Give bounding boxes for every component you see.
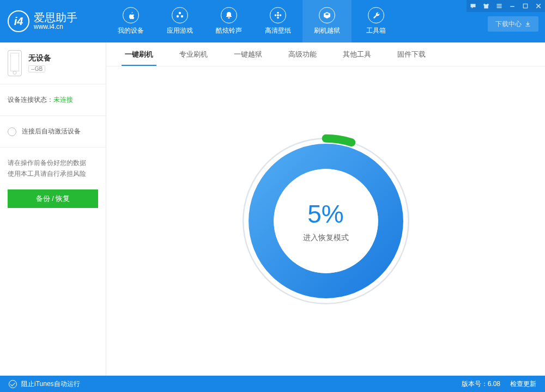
block-itunes-toggle[interactable]: 阻止iTunes自动运行 <box>9 379 80 389</box>
progress-percent: 5% <box>307 199 343 229</box>
main-nav: 我的设备应用游戏酷炫铃声高清壁纸刷机越狱工具箱 <box>106 0 401 42</box>
nav-label: 我的设备 <box>118 26 144 35</box>
hint-line-2: 使用本工具请自行承担风险 <box>8 168 98 179</box>
version-display: 版本号：6.08 <box>462 379 500 389</box>
nav-label: 刷机越狱 <box>314 26 340 35</box>
tab-其他工具[interactable]: 其他工具 <box>330 42 384 66</box>
check-update-link[interactable]: 检查更新 <box>510 379 536 389</box>
app-subtitle: www.i4.cn <box>34 23 77 30</box>
phone-icon <box>8 50 22 76</box>
tab-固件下载[interactable]: 固件下载 <box>384 42 439 66</box>
skin-icon[interactable] <box>480 0 493 12</box>
flower-icon <box>270 7 286 23</box>
logo-block: i4 爱思助手 www.i4.cn <box>0 0 106 42</box>
maximize-icon[interactable] <box>519 0 532 12</box>
svg-point-4 <box>277 12 279 14</box>
bell-icon <box>221 7 237 23</box>
sub-tabs: 一键刷机专业刷机一键越狱高级功能其他工具固件下载 <box>106 42 545 66</box>
content-area: 5% 进入恢复模式 <box>106 66 545 376</box>
status-label: 设备连接状态： <box>8 96 53 103</box>
minimize-icon[interactable] <box>506 0 519 12</box>
svg-point-7 <box>280 14 282 16</box>
svg-point-2 <box>181 15 183 17</box>
backup-restore-button[interactable]: 备份 / 恢复 <box>8 189 98 208</box>
nav-label: 高清壁纸 <box>265 26 291 35</box>
tab-一键刷机[interactable]: 一键刷机 <box>112 42 166 66</box>
app-title: 爱思助手 <box>34 12 77 23</box>
tab-专业刷机[interactable]: 专业刷机 <box>166 42 221 66</box>
hint-line-1: 请在操作前备份好您的数据 <box>8 157 98 168</box>
svg-point-1 <box>177 15 179 17</box>
check-icon <box>9 380 17 388</box>
status-bar: 阻止iTunes自动运行 版本号：6.08 检查更新 <box>0 376 545 392</box>
app-header: i4 爱思助手 www.i4.cn 我的设备应用游戏酷炫铃声高清壁纸刷机越狱工具… <box>0 0 545 42</box>
backup-hint: 请在操作前备份好您的数据 使用本工具请自行承担风险 <box>0 148 106 187</box>
svg-rect-8 <box>497 4 502 5</box>
download-icon <box>525 21 531 27</box>
nav-label: 应用游戏 <box>167 26 193 35</box>
menu-icon[interactable] <box>493 0 506 12</box>
nav-flower[interactable]: 高清壁纸 <box>253 0 302 42</box>
device-block: 无设备 --GB <box>0 42 106 84</box>
svg-rect-10 <box>497 7 502 8</box>
nav-label: 酷炫铃声 <box>216 26 242 35</box>
close-icon[interactable] <box>532 0 545 12</box>
nav-label: 工具箱 <box>366 26 386 35</box>
nav-apps[interactable]: 应用游戏 <box>155 0 204 42</box>
apple-icon <box>123 7 139 23</box>
svg-point-3 <box>277 14 279 16</box>
nav-bell[interactable]: 酷炫铃声 <box>204 0 253 42</box>
apps-icon <box>172 7 188 23</box>
sidebar: 无设备 --GB 设备连接状态：未连接 连接后自动激活设备 请在操作前备份好您的… <box>0 42 106 376</box>
device-storage: --GB <box>28 65 45 72</box>
progress-ring: 5% 进入恢复模式 <box>236 131 416 311</box>
checkbox-icon <box>8 127 16 136</box>
nav-wrench[interactable]: 工具箱 <box>352 0 401 42</box>
main-panel: 一键刷机专业刷机一键越狱高级功能其他工具固件下载 <box>106 42 545 376</box>
feedback-icon[interactable] <box>467 0 480 12</box>
nav-box[interactable]: 刷机越狱 <box>302 0 352 42</box>
auto-activate-label: 连接后自动激活设备 <box>22 127 81 136</box>
svg-rect-12 <box>523 4 528 8</box>
status-value: 未连接 <box>53 96 73 103</box>
svg-rect-9 <box>497 5 502 7</box>
block-itunes-label: 阻止iTunes自动运行 <box>21 379 80 389</box>
logo-icon: i4 <box>8 10 29 32</box>
svg-point-6 <box>275 14 277 16</box>
tab-一键越狱[interactable]: 一键越狱 <box>221 42 275 66</box>
auto-activate-checkbox[interactable]: 连接后自动激活设备 <box>0 116 106 148</box>
device-name: 无设备 <box>28 53 51 63</box>
titlebar-buttons <box>467 0 545 12</box>
svg-point-0 <box>179 12 181 14</box>
nav-apple[interactable]: 我的设备 <box>106 0 155 42</box>
box-icon <box>319 7 335 23</box>
wrench-icon <box>368 7 384 23</box>
tab-高级功能[interactable]: 高级功能 <box>275 42 330 66</box>
svg-point-5 <box>277 17 279 19</box>
svg-rect-11 <box>510 6 514 7</box>
download-center-button[interactable]: 下载中心 <box>488 16 538 32</box>
progress-label: 进入恢复模式 <box>303 233 349 243</box>
download-center-label: 下载中心 <box>495 20 522 29</box>
connection-status: 设备连接状态：未连接 <box>0 84 106 116</box>
